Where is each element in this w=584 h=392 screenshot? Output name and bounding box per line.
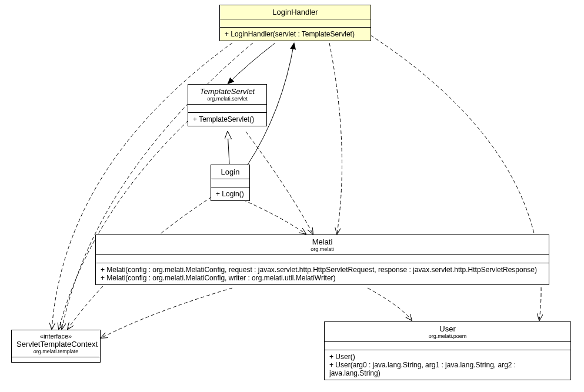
attrs-section (188, 105, 266, 113)
attrs-section (96, 255, 549, 263)
class-user: User org.melati.poem + User() + User(arg… (324, 321, 571, 380)
class-name: Melati (101, 237, 544, 246)
attrs-section (211, 179, 249, 187)
class-name: TemplateServlet (193, 87, 262, 96)
class-method: + User(arg0 : java.lang.String, arg1 : j… (329, 361, 566, 377)
class-name: ServletTemplateContext (16, 340, 95, 349)
class-method: + User() (329, 353, 566, 361)
class-method: + Melati(config : org.melati.MelatiConfi… (101, 266, 544, 274)
class-package: org.melati (101, 246, 544, 252)
class-method: + Login() (216, 190, 245, 198)
class-name: Login (216, 167, 245, 176)
class-login-handler: LoginHandler + LoginHandler(servlet : Te… (219, 5, 371, 41)
class-melati: Melati org.melati + Melati(config : org.… (95, 234, 549, 285)
attrs-section (220, 19, 371, 28)
class-package: org.melati.poem (329, 333, 566, 339)
class-method: + Melati(config : org.melati.MelatiConfi… (101, 274, 544, 282)
class-login: Login + Login() (211, 165, 250, 201)
class-package: org.melati.servlet (193, 96, 262, 102)
class-name: LoginHandler (225, 8, 366, 16)
class-method: + TemplateServlet() (193, 115, 262, 123)
class-name: User (329, 324, 566, 333)
class-package: org.melati.template (16, 349, 95, 354)
attrs-section (325, 342, 570, 350)
class-method: + LoginHandler(servlet : TemplateServlet… (225, 30, 366, 38)
class-stereotype: «interface» (16, 333, 95, 340)
class-template-servlet: TemplateServlet org.melati.servlet + Tem… (188, 84, 267, 126)
class-servlet-template-context: «interface» ServletTemplateContext org.m… (11, 330, 101, 363)
attrs-section (12, 357, 100, 362)
